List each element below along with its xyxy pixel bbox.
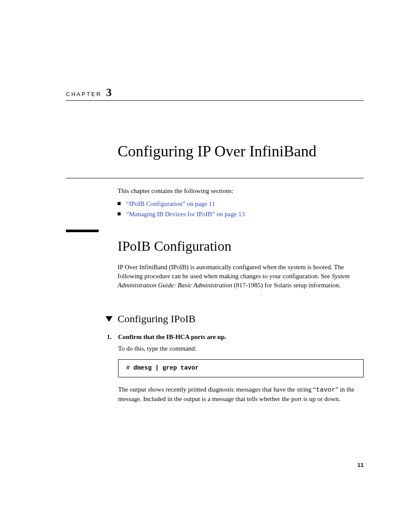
page-number: 11 [358,462,364,468]
toc-list: “IPoIB Configuration” on page 11 “Managi… [118,199,364,219]
intro-block: This chapter contains the following sect… [118,187,364,220]
rule-under-title [66,178,364,178]
step-title: Confirm that the IB-HCA ports are up. [118,333,364,342]
step-lead: To do this, type the command: [118,344,364,353]
toc-item: “IPoIB Configuration” on page 11 [118,199,364,209]
step-number: 1. [107,333,112,342]
section-bar-icon [66,230,99,232]
toc-item: “Managing IB Devices for IPoIB” on page … [118,210,364,219]
subsection-heading: Configuring IPoIB [118,313,196,325]
prompt: # [126,364,134,371]
code-box: # dmesg | grep tavor [118,359,364,377]
chapter-head: CHAPTER 3 [66,86,112,99]
command: dmesg | grep tavor [134,364,199,371]
step-result-pre: The output shows recently printed diagno… [118,386,316,393]
chapter-number: 3 [106,86,112,99]
toc-link-ipoib-config[interactable]: “IPoIB Configuration” on page 11 [126,200,215,207]
page-title: Configuring IP Over InfiniBand [118,142,317,160]
section-body-pre: IP Over InfiniBand (IPoIB) is automatica… [118,264,344,280]
triangle-down-icon [106,316,112,322]
toc-link-managing-ib[interactable]: “Managing IB Devices for IPoIB” on page … [126,211,245,218]
chapter-label: CHAPTER [66,91,102,97]
step-result: The output shows recently printed diagno… [118,385,364,404]
section-body: IP Over InfiniBand (IPoIB) is automatica… [118,263,364,290]
subsection-heading-text: Configuring IPoIB [118,313,196,325]
section-body-post: (817-1985) for Solaris setup information… [232,282,341,289]
section-heading: IPoIB Configuration [118,238,231,254]
intro-lead: This chapter contains the following sect… [118,187,364,196]
step-result-code: tavor [316,386,335,394]
step-1: 1. Confirm that the IB-HCA ports are up.… [107,333,364,410]
rule-top [66,100,364,101]
